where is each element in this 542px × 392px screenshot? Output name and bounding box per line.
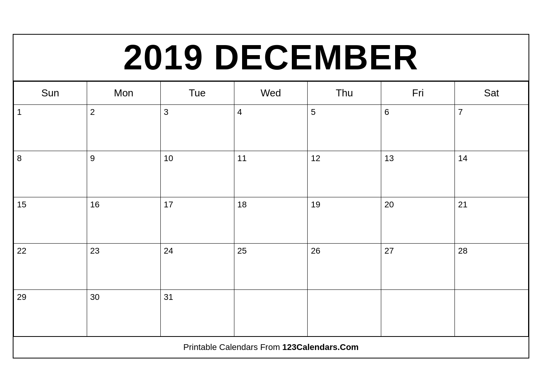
day-number: 5 <box>311 107 315 117</box>
day-cell-26: 26 <box>308 244 381 290</box>
day-cell-1: 1 <box>13 105 87 151</box>
day-cell-16: 16 <box>87 197 161 244</box>
day-number: 26 <box>311 246 320 256</box>
day-header-wed: Wed <box>234 81 308 105</box>
day-cell-empty <box>381 290 455 336</box>
day-number: 1 <box>17 107 22 117</box>
day-cell-30: 30 <box>87 290 161 336</box>
day-number: 27 <box>384 246 394 256</box>
calendar: 2019 DECEMBER SunMonTueWedThuFriSat12345… <box>13 34 529 358</box>
day-number: 8 <box>17 153 22 163</box>
day-cell-14: 14 <box>455 151 529 197</box>
day-number: 23 <box>90 246 99 256</box>
day-cell-6: 6 <box>381 105 455 151</box>
day-cell-27: 27 <box>381 244 455 290</box>
day-cell-20: 20 <box>381 197 455 244</box>
day-number: 20 <box>384 200 394 209</box>
day-cell-empty <box>308 290 381 336</box>
footer-text: Printable Calendars From 123Calendars.Co… <box>183 342 359 352</box>
day-header-tue: Tue <box>161 81 234 105</box>
day-number: 12 <box>311 153 320 163</box>
day-cell-11: 11 <box>234 151 308 197</box>
day-number: 19 <box>311 200 320 209</box>
day-cell-2: 2 <box>87 105 161 151</box>
day-number: 28 <box>458 246 467 256</box>
day-header-sat: Sat <box>455 81 529 105</box>
day-number: 31 <box>164 292 173 302</box>
calendar-grid: SunMonTueWedThuFriSat1234567891011121314… <box>13 81 529 336</box>
day-cell-4: 4 <box>234 105 308 151</box>
day-number: 25 <box>237 246 247 256</box>
day-cell-8: 8 <box>13 151 87 197</box>
day-cell-empty <box>234 290 308 336</box>
day-number: 11 <box>237 153 247 163</box>
day-number: 30 <box>90 292 99 302</box>
day-header-thu: Thu <box>308 81 381 105</box>
day-cell-9: 9 <box>87 151 161 197</box>
day-number: 14 <box>458 153 467 163</box>
day-number: 15 <box>17 200 26 209</box>
day-number: 4 <box>237 107 242 117</box>
day-header-sun: Sun <box>13 81 87 105</box>
day-cell-21: 21 <box>455 197 529 244</box>
day-cell-31: 31 <box>161 290 234 336</box>
calendar-title: 2019 DECEMBER <box>13 35 529 81</box>
day-number: 10 <box>164 153 173 163</box>
day-cell-23: 23 <box>87 244 161 290</box>
day-number: 16 <box>90 200 99 209</box>
calendar-footer: Printable Calendars From 123Calendars.Co… <box>13 336 529 358</box>
day-cell-12: 12 <box>308 151 381 197</box>
day-cell-24: 24 <box>161 244 234 290</box>
day-number: 9 <box>90 153 95 163</box>
day-number: 22 <box>17 246 26 256</box>
day-cell-15: 15 <box>13 197 87 244</box>
day-cell-18: 18 <box>234 197 308 244</box>
day-number: 21 <box>458 200 467 209</box>
day-cell-13: 13 <box>381 151 455 197</box>
day-number: 3 <box>164 107 168 117</box>
day-number: 13 <box>384 153 394 163</box>
day-header-mon: Mon <box>87 81 161 105</box>
day-number: 6 <box>384 107 389 117</box>
day-cell-28: 28 <box>455 244 529 290</box>
day-number: 17 <box>164 200 173 209</box>
day-number: 7 <box>458 107 463 117</box>
day-cell-22: 22 <box>13 244 87 290</box>
day-cell-5: 5 <box>308 105 381 151</box>
day-cell-7: 7 <box>455 105 529 151</box>
day-number: 2 <box>90 107 95 117</box>
day-cell-17: 17 <box>161 197 234 244</box>
day-number: 18 <box>237 200 247 209</box>
day-number: 29 <box>17 292 26 302</box>
day-cell-3: 3 <box>161 105 234 151</box>
day-number: 24 <box>164 246 173 256</box>
day-cell-19: 19 <box>308 197 381 244</box>
day-cell-29: 29 <box>13 290 87 336</box>
day-cell-empty <box>455 290 529 336</box>
day-header-fri: Fri <box>381 81 455 105</box>
day-cell-25: 25 <box>234 244 308 290</box>
day-cell-10: 10 <box>161 151 234 197</box>
